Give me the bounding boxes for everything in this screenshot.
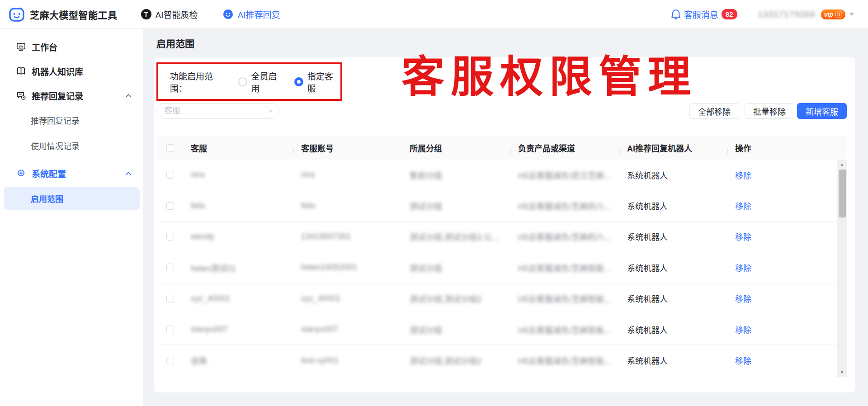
cell-agent-name: 佳殊 [184,354,294,366]
cell-bot: 系统机器人 [620,293,728,304]
cell-product: H5云客服减负/芝麻的六... [511,231,620,242]
row-checkbox[interactable] [166,326,174,333]
radio-label: 全员启用 [251,70,284,94]
sidebar-item-reply-records[interactable]: 推荐回复记录 [0,83,143,108]
cell-product: H5云客服减负/武汉芝麻... [511,169,620,181]
account-caret-down-icon[interactable] [849,13,854,16]
row-checkbox-cell [156,326,184,333]
row-checkbox[interactable] [166,295,174,302]
header-right: 客服消息 82 13317179266 vip 3 [671,8,854,20]
radio-selected-icon[interactable] [294,77,303,86]
table-scrollbar[interactable]: ▲ ▼ [837,160,847,377]
remove-link[interactable]: 移除 [735,264,751,273]
row-checkbox-cell [156,202,184,210]
table-body: nira nira 售前分组 H5云客服减负/武汉芝麻... 系统机器人 移除 … [156,160,847,376]
cell-group: 售前分组 [402,169,511,181]
sidebar-subitem-reply-records[interactable]: 推荐回复记录 [0,108,143,133]
row-checkbox[interactable] [166,233,174,241]
chevron-up-icon [125,94,132,98]
cell-product: H5云客服减负/芝麻智能... [511,293,620,304]
cell-bot: 系统机器人 [620,262,728,274]
cell-bot: 系统机器人 [620,169,728,181]
nav-ai-quality-check[interactable]: T AI智能质检 [141,8,198,20]
header-checkbox-cell [156,144,184,152]
radio-specified-agents[interactable]: 指定客服 [294,70,340,94]
remove-link[interactable]: 移除 [735,357,751,366]
row-checkbox[interactable] [166,357,174,364]
add-agent-button[interactable]: 新增客服 [797,103,847,119]
radio-all-agents[interactable]: 全员启用 [238,70,284,94]
row-checkbox[interactable] [166,202,174,210]
scrollbar-thumb[interactable] [839,170,846,217]
radio-label: 指定客服 [307,70,340,94]
cell-product: H5云客服减负/芝麻智能... [511,324,620,335]
select-all-checkbox[interactable] [166,144,174,152]
remove-link[interactable]: 移除 [735,171,751,180]
cell-account: 13419597351 [294,232,402,241]
remove-link[interactable]: 移除 [735,202,751,211]
row-checkbox[interactable] [166,171,174,179]
cell-agent-name: wendy [184,232,294,241]
reply-record-icon [16,91,26,100]
cell-agent-name: xianyu007 [184,325,294,334]
cell-group: 测试分组 [402,324,511,335]
table-row: wendy 13419597351 测试分组,测试分组3.公... H5云客服减… [156,222,847,252]
table-row: nira nira 售前分组 H5云客服减负/武汉芝麻... 系统机器人 移除 [156,160,847,190]
vip-level: 3 [835,11,842,18]
table-row: xianyu007 xianyu007 测试分组 H5云客服减负/芝麻智能...… [156,314,847,345]
scroll-up-icon[interactable]: ▲ [837,161,847,168]
sidebar-item-label: 工作台 [32,41,132,53]
remove-link[interactable]: 移除 [735,295,751,304]
knowledge-book-icon [16,66,26,76]
radio-circle-icon[interactable] [238,77,247,86]
row-checkbox-cell [156,171,184,179]
content-card: 功能启用范围： 全员启用 指定客服 客服权限管理 全部移除 批 [154,57,855,392]
table-row: helen测试01 helen24052001 测试分组 H5云客服减负/芝麻智… [156,252,847,283]
cell-agent-name: helen测试01 [184,262,294,274]
cell-bot: 系统机器人 [620,200,728,212]
column-header-agent: 客服 [184,142,294,154]
sidebar-item-knowledge-base[interactable]: 机器人知识库 [0,59,143,83]
search-input[interactable] [164,106,269,116]
workbench-icon [16,42,26,52]
sidebar-item-label: 机器人知识库 [32,65,132,77]
scroll-down-icon[interactable]: ▼ [837,369,847,376]
sidebar-item-workbench[interactable]: 工作台 [0,34,143,59]
quality-check-icon: T [141,9,151,19]
brand: 芝麻大模型智能工具 [8,6,118,23]
cell-group: 测试分组 [402,262,511,274]
search-icon[interactable] [269,107,273,115]
column-header-account: 客服账号 [294,142,402,154]
remove-link[interactable]: 移除 [735,233,751,242]
cell-account: helen24052001 [294,263,402,272]
batch-remove-button[interactable]: 批量移除 [745,103,794,119]
app-logo-icon [8,6,25,23]
table-row: xyz_40001 xyz_40001 测试分组,测试分组2 H5云客服减负/芝… [156,283,847,314]
account-phone: 13317179266 [758,9,816,19]
service-messages[interactable]: 客服消息 82 [671,8,737,20]
top-header: 芝麻大模型智能工具 T AI智能质检 AI推荐回复 客服消息 82 133171 [0,0,868,29]
chevron-up-icon [125,171,132,175]
sidebar-subitem-enable-scope[interactable]: 启用范围 [4,187,140,210]
row-checkbox[interactable] [166,264,174,271]
annotation-red-box: 功能启用范围： 全员启用 指定客服 [156,62,342,101]
remove-all-button[interactable]: 全部移除 [689,103,739,119]
smile-face-icon [223,9,233,19]
cell-product: H5云客服减负/芝麻智能... [511,262,620,274]
vip-badge: vip 3 [821,9,845,19]
table-row: felix felix 测试分组 H5云客服减负/芝麻的六... 系统机器人 移… [156,190,847,221]
remove-link[interactable]: 移除 [735,326,751,335]
row-checkbox-cell [156,357,184,364]
sidebar-subitem-usage-records[interactable]: 使用情况记录 [0,133,143,158]
nav-ai-recommend-reply[interactable]: AI推荐回复 [223,8,280,20]
sidebar-item-system-config[interactable]: 系统配置 [0,161,143,185]
page-title: 启用范围 [154,29,855,50]
cell-product: H5云客服减负/芝麻的六... [511,200,620,212]
cell-agent-name: felix [184,201,294,211]
row-checkbox-cell [156,295,184,302]
cell-group: 测试分组,测试分组3.公... [402,231,511,242]
row-checkbox-cell [156,264,184,271]
cell-agent-name: xyz_40001 [184,294,294,303]
column-header-bot: AI推荐回复机器人 [620,142,728,154]
sidebar-subitem-label: 推荐回复记录 [31,114,80,126]
